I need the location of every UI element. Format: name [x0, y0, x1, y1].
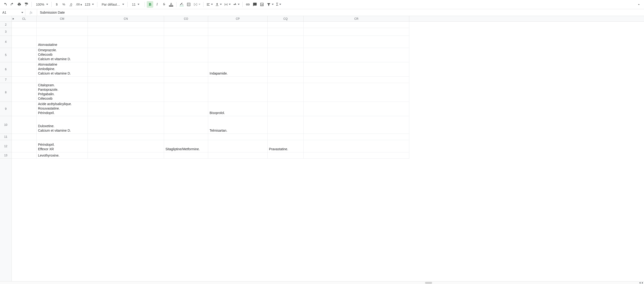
- row-header[interactable]: 7: [0, 77, 12, 83]
- cell[interactable]: [12, 102, 36, 116]
- cell[interactable]: [268, 22, 304, 28]
- cell[interactable]: [304, 116, 409, 134]
- cell[interactable]: [36, 77, 88, 83]
- strikethrough-button[interactable]: S: [161, 1, 167, 8]
- cell[interactable]: [88, 48, 164, 62]
- cell[interactable]: Levothyroxine.: [36, 152, 88, 159]
- cell[interactable]: [268, 36, 304, 48]
- cell[interactable]: [164, 102, 208, 116]
- cell[interactable]: [208, 140, 268, 152]
- cell[interactable]: Acide acétylsalicylique. Rosuvastatine. …: [36, 102, 88, 116]
- cell[interactable]: [12, 62, 36, 77]
- scroll-right-icon[interactable]: [642, 282, 643, 284]
- cell[interactable]: Telmisartan.: [208, 116, 268, 134]
- zoom-combo[interactable]: 100%: [34, 1, 50, 8]
- cell[interactable]: [36, 28, 88, 36]
- cell[interactable]: [208, 77, 268, 83]
- cell[interactable]: [268, 102, 304, 116]
- format-currency-button[interactable]: $: [54, 1, 60, 8]
- functions-button[interactable]: Σ: [275, 1, 282, 8]
- cell[interactable]: [12, 116, 36, 134]
- paint-format-button[interactable]: [23, 1, 30, 8]
- cell[interactable]: [208, 134, 268, 140]
- cell[interactable]: [12, 134, 36, 140]
- cell[interactable]: [12, 22, 36, 28]
- cell[interactable]: [304, 22, 409, 28]
- cell[interactable]: [164, 77, 208, 83]
- spreadsheet-grid[interactable]: CLCMCNCOCPCQCR 2345678910111213 Atorvast…: [0, 16, 644, 281]
- cell[interactable]: Citalopram. Pantoprazole. Prégabalin. Cé…: [36, 83, 88, 102]
- cell[interactable]: Indapamide.: [208, 62, 268, 77]
- cell[interactable]: [164, 152, 208, 159]
- font-family-combo[interactable]: Par défaut ...: [99, 1, 126, 8]
- cell[interactable]: [12, 140, 36, 152]
- cell[interactable]: [304, 134, 409, 140]
- undo-button[interactable]: [2, 1, 8, 8]
- formula-input[interactable]: Submission Date: [37, 9, 644, 16]
- row-header[interactable]: 8: [0, 83, 12, 102]
- text-color-button[interactable]: A: [168, 1, 174, 8]
- cell[interactable]: [208, 152, 268, 159]
- insert-chart-button[interactable]: [259, 1, 265, 8]
- cell[interactable]: [12, 36, 36, 48]
- text-rotation-button[interactable]: [232, 1, 240, 8]
- cell[interactable]: [88, 102, 164, 116]
- column-group-expand-icon[interactable]: [13, 18, 14, 20]
- cell[interactable]: [12, 83, 36, 102]
- cell[interactable]: Bisoprolol.: [208, 102, 268, 116]
- insert-link-button[interactable]: [244, 1, 251, 8]
- cell[interactable]: [164, 134, 208, 140]
- cell[interactable]: [88, 36, 164, 48]
- column-header[interactable]: CO: [164, 16, 208, 21]
- decrease-decimal-button[interactable]: .0: [68, 1, 74, 8]
- cell[interactable]: [164, 116, 208, 134]
- cell[interactable]: [36, 134, 88, 140]
- cell[interactable]: [208, 22, 268, 28]
- column-header[interactable]: CN: [88, 16, 164, 21]
- format-percent-button[interactable]: %: [60, 1, 67, 8]
- italic-button[interactable]: I: [154, 1, 160, 8]
- merge-cells-button[interactable]: [192, 1, 201, 8]
- cell[interactable]: [268, 116, 304, 134]
- row-header[interactable]: 3: [0, 28, 12, 36]
- fill-color-button[interactable]: [178, 1, 185, 8]
- cell[interactable]: [304, 152, 409, 159]
- cell[interactable]: [12, 48, 36, 62]
- cell[interactable]: Atorvastatine Amlodipine. Calcium et vit…: [36, 62, 88, 77]
- borders-button[interactable]: [186, 1, 192, 8]
- row-header[interactable]: 5: [0, 48, 12, 62]
- row-header[interactable]: 2: [0, 22, 12, 28]
- cell[interactable]: [164, 22, 208, 28]
- insert-comment-button[interactable]: [252, 1, 258, 8]
- cell[interactable]: [268, 48, 304, 62]
- cell[interactable]: [164, 83, 208, 102]
- cell[interactable]: [88, 28, 164, 36]
- cell[interactable]: [268, 77, 304, 83]
- cell[interactable]: [88, 22, 164, 28]
- cell[interactable]: [164, 48, 208, 62]
- cell[interactable]: [268, 83, 304, 102]
- row-header[interactable]: 13: [0, 152, 12, 159]
- redo-button[interactable]: [9, 1, 16, 8]
- font-size-combo[interactable]: 11: [130, 1, 143, 8]
- row-header[interactable]: 10: [0, 116, 12, 134]
- cell[interactable]: Sitagliptine/Metformine.: [164, 140, 208, 152]
- cell[interactable]: Duloxetine. Calcium et vitamine D.: [36, 116, 88, 134]
- text-wrap-button[interactable]: [223, 1, 232, 8]
- cell[interactable]: [88, 62, 164, 77]
- vertical-align-button[interactable]: [214, 1, 223, 8]
- bold-button[interactable]: B: [147, 1, 153, 8]
- cell[interactable]: [12, 77, 36, 83]
- column-header[interactable]: CL: [12, 16, 36, 21]
- cell[interactable]: [208, 48, 268, 62]
- row-header[interactable]: 6: [0, 62, 12, 77]
- cell[interactable]: [12, 28, 36, 36]
- cell[interactable]: [304, 48, 409, 62]
- cell[interactable]: [164, 36, 208, 48]
- cell[interactable]: Pravastatine.: [268, 140, 304, 152]
- cell[interactable]: [208, 83, 268, 102]
- horizontal-scrollbar[interactable]: [0, 281, 644, 284]
- scroll-left-icon[interactable]: [639, 282, 640, 284]
- select-all-corner[interactable]: [0, 16, 12, 22]
- more-formats-combo[interactable]: 123: [84, 1, 95, 8]
